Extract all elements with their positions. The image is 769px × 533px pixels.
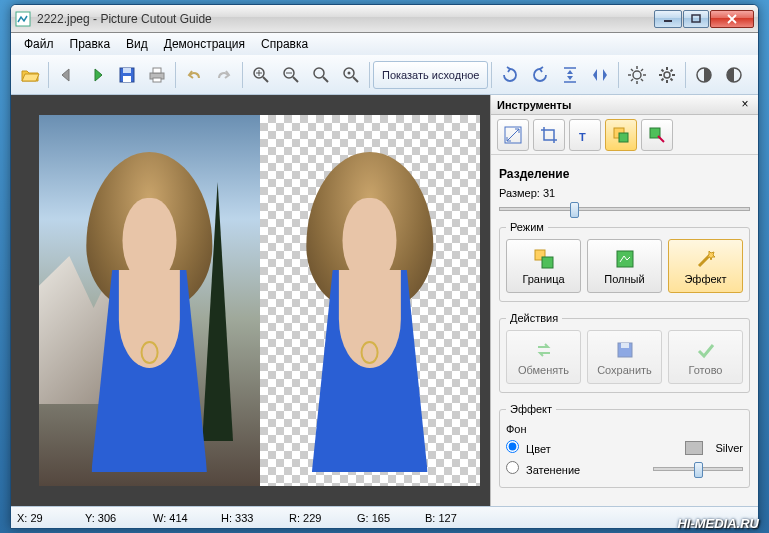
svg-point-17 xyxy=(348,71,351,74)
color-name: Silver xyxy=(715,442,743,454)
svg-rect-4 xyxy=(123,68,131,73)
svg-line-23 xyxy=(631,69,633,71)
color-swatch[interactable] xyxy=(685,441,703,455)
back-button[interactable] xyxy=(53,61,81,89)
undo-button[interactable] xyxy=(180,61,208,89)
svg-rect-7 xyxy=(153,68,161,73)
app-window: 2222.jpeg - Picture Cutout Guide Файл Пр… xyxy=(10,4,759,529)
menubar: Файл Правка Вид Демонстрация Справка xyxy=(11,33,758,55)
mode-full-button[interactable]: Полный xyxy=(587,239,662,293)
menu-edit[interactable]: Правка xyxy=(63,35,118,53)
contrast2-button[interactable] xyxy=(720,61,748,89)
tab-cutout-icon[interactable] xyxy=(605,119,637,151)
toolbar-sep xyxy=(618,62,619,88)
zoom-out-button[interactable] xyxy=(277,61,305,89)
statusbar: X: 29 Y: 306 W: 414 H: 333 R: 229 G: 165… xyxy=(11,506,758,528)
svg-point-27 xyxy=(664,72,670,78)
content: Инструменты × T Разделение Размер: 31 Ре… xyxy=(11,95,758,506)
status-b: B: 127 xyxy=(425,512,493,524)
svg-line-14 xyxy=(323,77,328,82)
svg-rect-47 xyxy=(621,343,629,348)
tab-crop-icon[interactable] xyxy=(533,119,565,151)
print-button[interactable] xyxy=(143,61,171,89)
svg-rect-5 xyxy=(123,76,131,82)
effect-legend: Эффект xyxy=(506,403,556,415)
mode-legend: Режим xyxy=(506,221,548,233)
mode-border-button[interactable]: Граница xyxy=(506,239,581,293)
action-save-button[interactable]: Сохранить xyxy=(587,330,662,384)
actions-group: Действия Обменять Сохранить Готово xyxy=(499,312,750,393)
effect-group: Эффект Фон Цвет Silver Затенение xyxy=(499,403,750,488)
show-original-button[interactable]: Показать исходное xyxy=(373,61,488,89)
zoom-in-button[interactable] xyxy=(247,61,275,89)
svg-line-35 xyxy=(671,69,673,71)
shade-slider[interactable] xyxy=(653,467,743,471)
effect-color-radio[interactable]: Цвет xyxy=(506,440,551,455)
image-pair xyxy=(39,115,480,486)
mode-effect-button[interactable]: Эффект xyxy=(668,239,743,293)
window-buttons xyxy=(654,10,754,28)
svg-rect-44 xyxy=(542,257,553,268)
flip-v-button[interactable] xyxy=(556,61,584,89)
status-g: G: 165 xyxy=(357,512,425,524)
separation-title: Разделение xyxy=(499,167,750,181)
toolbar-sep xyxy=(369,62,370,88)
svg-line-26 xyxy=(641,69,643,71)
watermark: HI-MEDIA.RU xyxy=(677,516,759,531)
menu-demo[interactable]: Демонстрация xyxy=(157,35,252,53)
svg-rect-41 xyxy=(619,133,628,142)
menu-view[interactable]: Вид xyxy=(119,35,155,53)
effect-shade-radio[interactable]: Затенение xyxy=(506,461,580,476)
gear-button[interactable] xyxy=(653,61,681,89)
brightness-button[interactable] xyxy=(623,61,651,89)
toolbar-sep xyxy=(242,62,243,88)
slider-thumb[interactable] xyxy=(570,202,579,218)
zoom-fit-button[interactable] xyxy=(307,61,335,89)
svg-line-25 xyxy=(631,79,633,81)
tool-tabs: T xyxy=(491,115,758,155)
tab-text-icon[interactable]: T xyxy=(569,119,601,151)
cutout-image xyxy=(260,115,481,486)
contrast-button[interactable] xyxy=(690,61,718,89)
maximize-button[interactable] xyxy=(683,10,709,28)
rotate-ccw-button[interactable] xyxy=(496,61,524,89)
panel-close-button[interactable]: × xyxy=(738,98,752,112)
minimize-button[interactable] xyxy=(654,10,682,28)
tab-resize-icon[interactable] xyxy=(497,119,529,151)
toolbar-sep xyxy=(491,62,492,88)
size-row: Размер: 31 xyxy=(499,185,750,201)
menu-file[interactable]: Файл xyxy=(17,35,61,53)
svg-line-24 xyxy=(641,79,643,81)
save-button[interactable] xyxy=(113,61,141,89)
action-done-button[interactable]: Готово xyxy=(668,330,743,384)
flip-h-button[interactable] xyxy=(586,61,614,89)
svg-point-13 xyxy=(314,68,324,78)
status-h: H: 333 xyxy=(221,512,289,524)
svg-line-33 xyxy=(671,78,673,80)
redo-button[interactable] xyxy=(210,61,238,89)
tab-paste-icon[interactable] xyxy=(641,119,673,151)
toolbar-sep xyxy=(48,62,49,88)
zoom-100-button[interactable] xyxy=(337,61,365,89)
action-swap-button[interactable]: Обменять xyxy=(506,330,581,384)
forward-button[interactable] xyxy=(83,61,111,89)
svg-line-34 xyxy=(662,78,664,80)
rotate-cw-button[interactable] xyxy=(526,61,554,89)
status-r: R: 229 xyxy=(289,512,357,524)
slider-thumb[interactable] xyxy=(694,462,703,478)
size-slider[interactable] xyxy=(499,207,750,211)
status-x: X: 29 xyxy=(17,512,85,524)
mode-group: Режим Граница Полный Эффект xyxy=(499,221,750,302)
toolbar: Показать исходное xyxy=(11,55,758,95)
titlebar[interactable]: 2222.jpeg - Picture Cutout Guide xyxy=(11,5,758,33)
svg-line-16 xyxy=(353,77,358,82)
menu-help[interactable]: Справка xyxy=(254,35,315,53)
window-title: 2222.jpeg - Picture Cutout Guide xyxy=(37,12,654,26)
canvas-area[interactable] xyxy=(11,95,490,506)
app-icon xyxy=(15,11,31,27)
panel-header[interactable]: Инструменты × xyxy=(491,95,758,115)
close-button[interactable] xyxy=(710,10,754,28)
tools-panel: Инструменты × T Разделение Размер: 31 Ре… xyxy=(490,95,758,506)
actions-legend: Действия xyxy=(506,312,562,324)
open-button[interactable] xyxy=(16,61,44,89)
